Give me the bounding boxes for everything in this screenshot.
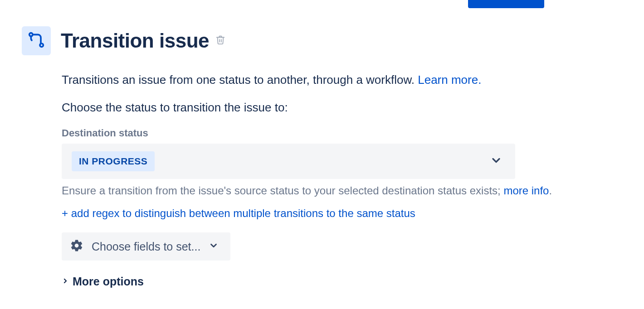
destination-status-label: Destination status bbox=[62, 127, 622, 139]
destination-status-select[interactable]: IN PROGRESS bbox=[62, 144, 515, 179]
helper-trailing: . bbox=[549, 184, 552, 197]
choose-fields-label: Choose fields to set... bbox=[92, 240, 200, 253]
learn-more-link[interactable]: Learn more. bbox=[418, 73, 481, 87]
title-wrap: Transition issue bbox=[61, 29, 225, 52]
more-options-label: More options bbox=[73, 275, 144, 288]
trash-icon[interactable] bbox=[215, 34, 225, 47]
choose-fields-picker[interactable]: Choose fields to set... bbox=[62, 232, 230, 261]
description: Transitions an issue from one status to … bbox=[62, 72, 622, 88]
chevron-down-icon bbox=[490, 154, 503, 169]
more-options-toggle[interactable]: More options bbox=[62, 275, 622, 288]
chevron-down-icon bbox=[209, 241, 219, 252]
gear-icon bbox=[70, 239, 83, 254]
rule-icon-box bbox=[22, 26, 51, 55]
page-title: Transition issue bbox=[61, 29, 209, 52]
add-regex-link[interactable]: + add regex to distinguish between multi… bbox=[62, 207, 622, 220]
helper-text: Ensure a transition from the issue's sou… bbox=[62, 184, 622, 197]
helper-text-body: Ensure a transition from the issue's sou… bbox=[62, 184, 503, 197]
more-info-link[interactable]: more info bbox=[503, 184, 549, 197]
chevron-right-icon bbox=[62, 277, 69, 286]
header-row: Transition issue bbox=[22, 26, 622, 55]
instruction-text: Choose the status to transition the issu… bbox=[62, 101, 622, 115]
config-body: Transitions an issue from one status to … bbox=[62, 72, 622, 288]
status-lozenge: IN PROGRESS bbox=[72, 151, 155, 171]
config-panel: Transition issue Transitions an issue fr… bbox=[22, 26, 622, 288]
transition-icon bbox=[27, 31, 45, 51]
description-text: Transitions an issue from one status to … bbox=[62, 73, 418, 87]
primary-action-button[interactable] bbox=[468, 0, 544, 8]
